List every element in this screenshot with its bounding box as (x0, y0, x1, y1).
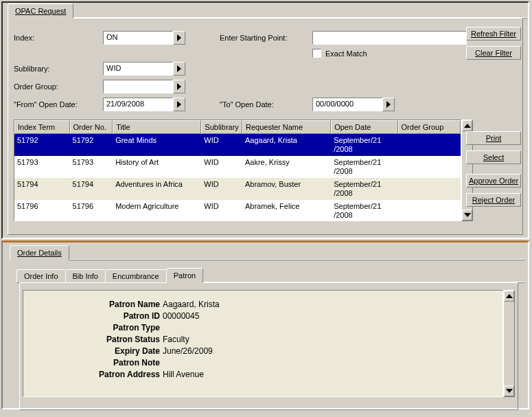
table-cell: 51794 (70, 178, 113, 200)
patron-field-value: June/26/2009 (163, 346, 497, 357)
table-cell: September/21/2008 (331, 134, 397, 156)
sublibrary-input[interactable]: WID (103, 62, 173, 76)
table-cell: Aagaard, Krista (242, 134, 331, 156)
print-button[interactable]: Print (466, 131, 521, 145)
patron-field-value (163, 322, 497, 334)
label-order-group: Order Group: (14, 82, 103, 91)
patron-field-label: Patron Name (29, 299, 163, 311)
table-cell: WID (201, 200, 242, 221)
table-cell: 51796 (14, 200, 70, 221)
from-date-button[interactable] (173, 98, 185, 111)
arrow-right-icon (177, 101, 181, 108)
table-cell (398, 178, 461, 200)
tab-order-info[interactable]: Order Info (16, 269, 66, 283)
table-cell (398, 156, 461, 178)
patron-field-label: Expiry Date (29, 346, 163, 357)
orders-table: Index TermOrder No.TitleSublibraryReques… (14, 120, 461, 221)
arrow-down-icon (506, 389, 513, 393)
order-group-input[interactable] (103, 80, 173, 93)
label-to-date: "To" Open Date: (220, 100, 312, 109)
table-row[interactable]: 5179251792Great MindsWIDAagaard, KristaS… (14, 134, 461, 156)
patron-field-row: Patron Note (29, 357, 497, 369)
table-cell: WID (201, 156, 242, 178)
table-header: Index TermOrder No.TitleSublibraryReques… (14, 120, 461, 134)
table-cell: 51793 (70, 156, 113, 178)
tab-opac-request[interactable]: OPAC Request (8, 3, 73, 19)
column-header[interactable]: Requester Name (242, 120, 331, 134)
label-starting-point: Enter Starting Point: (220, 34, 312, 42)
table-cell: Adventures in Africa (113, 178, 201, 200)
reject-order-button[interactable]: Reject Order (466, 193, 521, 207)
index-input[interactable]: ON (103, 31, 173, 45)
table-cell: Abramek, Felice (242, 200, 331, 221)
table-cell: 51792 (70, 134, 113, 156)
table-cell: 51793 (14, 156, 70, 178)
patron-field-label: Patron Status (29, 334, 163, 346)
to-date-button[interactable] (382, 98, 395, 111)
tab-patron[interactable]: Patron (166, 268, 203, 283)
label-sublibrary: Sublibrary: (14, 65, 103, 73)
table-cell: September/21/2008 (331, 178, 397, 200)
patron-field-value: Aagaard, Krista (163, 299, 497, 311)
table-cell: September/21/2008 (331, 156, 397, 178)
table-cell (398, 134, 461, 156)
table-cell: Great Minds (113, 134, 201, 156)
patron-field-value (163, 357, 497, 369)
refresh-filter-button[interactable]: Refresh Filter (466, 27, 521, 41)
order-group-dropdown-button[interactable] (173, 80, 185, 93)
table-cell: 51792 (14, 134, 70, 156)
patron-field-row: Expiry DateJune/26/2009 (29, 346, 497, 357)
starting-point-input[interactable] (312, 31, 467, 45)
index-dropdown-button[interactable] (173, 31, 185, 45)
arrow-right-icon (177, 65, 181, 72)
approve-order-button[interactable]: Approve Order (466, 174, 521, 188)
patron-field-row: Patron Type (29, 322, 497, 334)
table-cell: History of Art (113, 156, 201, 178)
exact-match-label: Exact Match (325, 49, 367, 58)
column-header[interactable]: Order No. (70, 120, 113, 134)
table-cell (398, 200, 461, 221)
scroll-down-button[interactable] (504, 385, 514, 396)
tab-bib-info[interactable]: Bib Info (65, 269, 106, 283)
scroll-down-button[interactable] (462, 210, 472, 221)
arrow-down-icon (464, 213, 471, 217)
patron-field-row: Patron ID00000045 (29, 311, 497, 322)
patron-field-value: 00000045 (163, 311, 497, 322)
label-index: Index: (14, 34, 103, 42)
patron-scrollbar[interactable] (503, 290, 515, 397)
select-button[interactable]: Select (466, 150, 521, 164)
tab-order-details[interactable]: Order Details (10, 245, 69, 260)
patron-field-label: Patron Address (29, 369, 163, 381)
arrow-right-icon (386, 101, 391, 108)
table-cell: 51794 (14, 178, 70, 200)
arrow-right-icon (177, 34, 181, 41)
scroll-up-button[interactable] (504, 291, 514, 302)
column-header[interactable]: Title (113, 120, 201, 134)
table-cell: Modern Agriculture (113, 200, 201, 221)
table-cell: WID (201, 178, 242, 200)
arrow-up-icon (464, 124, 471, 128)
patron-field-label: Patron Type (29, 322, 163, 334)
tab-encumbrance[interactable]: Encumbrance (105, 269, 167, 283)
label-from-date: "From" Open Date: (14, 100, 103, 109)
table-row[interactable]: 5179451794Adventures in AfricaWIDAbramov… (14, 178, 461, 200)
arrow-up-icon (506, 294, 513, 298)
column-header[interactable]: Index Term (14, 120, 70, 134)
table-cell: WID (201, 134, 242, 156)
sublibrary-dropdown-button[interactable] (173, 62, 185, 76)
table-cell: 51796 (70, 200, 113, 221)
patron-field-value: Hill Avenue (163, 369, 497, 381)
arrow-right-icon (177, 83, 181, 90)
column-header[interactable]: Sublibrary (201, 120, 242, 134)
column-header[interactable]: Open Date (331, 120, 397, 134)
scroll-up-button[interactable] (462, 120, 472, 131)
from-date-input[interactable]: 21/09/2008 (103, 98, 173, 111)
patron-details-panel: Patron NameAagaard, KristaPatron ID00000… (23, 290, 503, 397)
clear-filter-button[interactable]: Clear Filter (466, 46, 521, 60)
table-row[interactable]: 5179351793History of ArtWIDAakre, Krissy… (14, 156, 461, 178)
to-date-input[interactable]: 00/00/0000 (312, 98, 382, 111)
patron-field-row: Patron StatusFaculty (29, 334, 497, 346)
table-row[interactable]: 5179651796Modern AgricultureWIDAbramek, … (14, 200, 461, 221)
exact-match-checkbox[interactable] (312, 49, 321, 58)
column-header[interactable]: Order Group (398, 120, 461, 134)
